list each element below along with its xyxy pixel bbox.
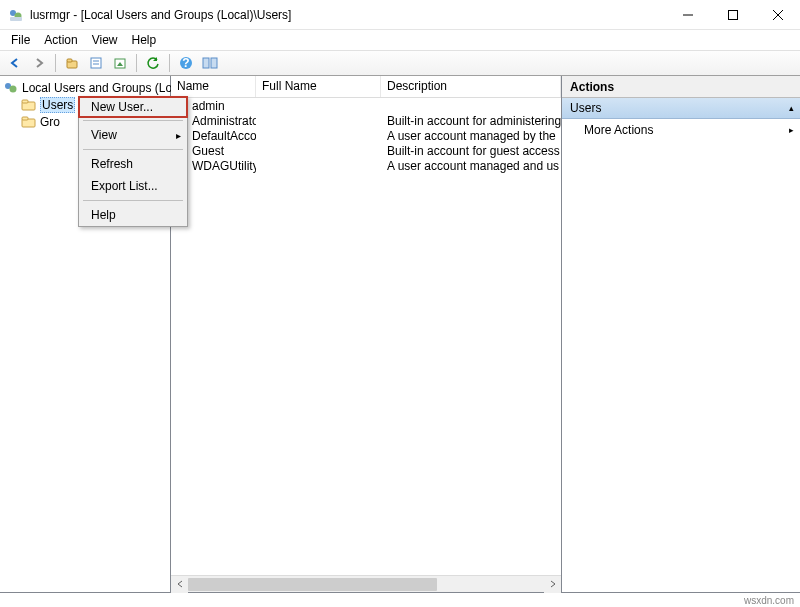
- ctx-view[interactable]: View: [79, 124, 187, 146]
- svg-rect-16: [211, 58, 217, 68]
- user-name: Administrator: [192, 114, 256, 128]
- actions-header: Actions: [562, 76, 800, 98]
- menu-file[interactable]: File: [4, 31, 37, 49]
- properties-button[interactable]: [85, 52, 107, 74]
- export-button[interactable]: [109, 52, 131, 74]
- actions-section-users[interactable]: Users ▴: [562, 98, 800, 119]
- ctx-separator: [83, 120, 183, 121]
- close-button[interactable]: [755, 0, 800, 29]
- menu-action[interactable]: Action: [37, 31, 84, 49]
- refresh-button[interactable]: [142, 52, 164, 74]
- svg-rect-9: [91, 58, 101, 68]
- svg-rect-15: [203, 58, 209, 68]
- collapse-icon: ▴: [789, 103, 794, 113]
- user-name: DefaultAcco...: [192, 129, 256, 143]
- scroll-right-button[interactable]: [544, 576, 561, 593]
- user-description: A user account managed and us: [381, 159, 561, 173]
- back-button[interactable]: [4, 52, 26, 74]
- user-description: A user account managed by the: [381, 129, 561, 143]
- ctx-separator: [83, 149, 183, 150]
- list-pane: Name Full Name Description adminAdminist…: [171, 76, 562, 592]
- user-description: Built-in account for administering: [381, 114, 561, 128]
- ctx-new-user[interactable]: New User...: [78, 96, 188, 118]
- scroll-track[interactable]: [188, 576, 544, 593]
- list-row[interactable]: AdministratorBuilt-in account for admini…: [171, 113, 561, 128]
- help-button[interactable]: ?: [175, 52, 197, 74]
- svg-rect-22: [22, 117, 28, 120]
- menu-view[interactable]: View: [85, 31, 125, 49]
- user-name: Guest: [192, 144, 224, 158]
- tree-root-label: Local Users and Groups (Local): [22, 81, 191, 95]
- lusrmgr-icon: [3, 80, 19, 96]
- list-row[interactable]: admin: [171, 98, 561, 113]
- svg-rect-2: [10, 17, 22, 21]
- app-icon: [8, 7, 24, 23]
- window-title: lusrmgr - [Local Users and Groups (Local…: [30, 8, 665, 22]
- user-name: admin: [192, 99, 225, 113]
- horizontal-scrollbar[interactable]: [171, 575, 561, 592]
- svg-rect-4: [728, 10, 737, 19]
- svg-text:?: ?: [182, 56, 189, 70]
- list-row[interactable]: WDAGUtility...A user account managed and…: [171, 158, 561, 173]
- actions-section-label: Users: [570, 101, 601, 115]
- actions-pane: Actions Users ▴ More Actions ▸: [562, 76, 800, 592]
- ctx-refresh[interactable]: Refresh: [79, 153, 187, 175]
- column-description[interactable]: Description: [381, 76, 561, 97]
- watermark: wsxdn.com: [744, 595, 794, 606]
- tree-groups-label: Gro: [40, 115, 60, 129]
- menu-bar: File Action View Help: [0, 30, 800, 50]
- list-header: Name Full Name Description: [171, 76, 561, 98]
- scroll-thumb[interactable]: [188, 578, 437, 591]
- svg-rect-8: [67, 59, 72, 62]
- maximize-button[interactable]: [710, 0, 755, 29]
- list-body: adminAdministratorBuilt-in account for a…: [171, 98, 561, 575]
- ctx-help[interactable]: Help: [79, 204, 187, 226]
- user-name: WDAGUtility...: [192, 159, 256, 173]
- user-description: Built-in account for guest access: [381, 144, 561, 158]
- list-row[interactable]: GuestBuilt-in account for guest access: [171, 143, 561, 158]
- up-button[interactable]: [61, 52, 83, 74]
- scroll-left-button[interactable]: [171, 576, 188, 593]
- folder-icon: [21, 114, 37, 130]
- ctx-export[interactable]: Export List...: [79, 175, 187, 197]
- tree-root-node[interactable]: Local Users and Groups (Local): [3, 79, 167, 96]
- folder-icon: [21, 97, 37, 113]
- svg-rect-20: [22, 100, 28, 103]
- submenu-icon: ▸: [789, 125, 794, 135]
- forward-button[interactable]: [28, 52, 50, 74]
- menu-help[interactable]: Help: [125, 31, 164, 49]
- ctx-separator: [83, 200, 183, 201]
- context-menu: New User... View Refresh Export List... …: [78, 96, 188, 227]
- svg-point-18: [10, 85, 17, 92]
- actions-more[interactable]: More Actions ▸: [562, 119, 800, 141]
- toolbar: ?: [0, 50, 800, 76]
- list-row[interactable]: DefaultAcco...A user account managed by …: [171, 128, 561, 143]
- column-name[interactable]: Name: [171, 76, 256, 97]
- column-fullname[interactable]: Full Name: [256, 76, 381, 97]
- minimize-button[interactable]: [665, 0, 710, 29]
- tree-users-label: Users: [40, 97, 75, 113]
- actions-more-label: More Actions: [584, 123, 653, 137]
- view-mode-button[interactable]: [199, 52, 221, 74]
